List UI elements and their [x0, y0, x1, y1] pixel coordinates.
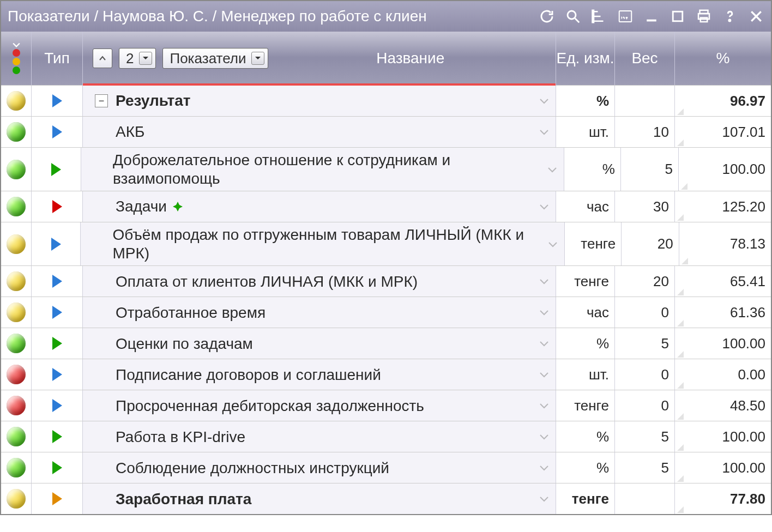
- app-window: Показатели / Наумова Ю. С. / Менеджер по…: [0, 0, 772, 515]
- header-name-label: Название: [275, 50, 546, 67]
- cell-status: [1, 483, 32, 514]
- status-green-icon: [7, 197, 26, 216]
- table-row[interactable]: Соблюдение должностных инструкций%5100.0…: [1, 452, 771, 483]
- level-select[interactable]: 2: [119, 48, 156, 69]
- row-label: Просроченная дебиторская задолженность: [116, 397, 424, 415]
- cell-pct: 125.20: [675, 191, 771, 222]
- row-dropdown-icon[interactable]: [539, 278, 549, 285]
- refresh-icon[interactable]: [539, 8, 555, 25]
- minimize-icon[interactable]: [643, 8, 660, 25]
- cell-name[interactable]: Задачи: [83, 191, 556, 222]
- table-row[interactable]: Задачичас30125.20: [1, 191, 771, 222]
- cell-name[interactable]: Заработная плата: [83, 483, 556, 514]
- tree-icon[interactable]: [591, 8, 607, 25]
- cell-pct: 61.36: [675, 297, 771, 328]
- cell-status: [1, 117, 32, 147]
- table-row[interactable]: АКБшт.10107.01: [1, 116, 771, 147]
- cell-type: [32, 191, 83, 222]
- cell-unit: час: [556, 297, 615, 328]
- close-icon[interactable]: [748, 8, 764, 25]
- resize-corner-icon: [677, 351, 684, 358]
- cell-name[interactable]: Оплата от клиентов ЛИЧНАЯ (МКК и МРК): [83, 266, 556, 297]
- table-row[interactable]: Работа в KPI-drive%5100.00: [1, 421, 771, 452]
- cell-unit: %: [556, 452, 615, 483]
- table-body: −Результат%96.97АКБшт.10107.01Доброжелат…: [1, 85, 771, 514]
- row-dropdown-icon[interactable]: [539, 371, 549, 378]
- svg-rect-5: [673, 11, 683, 21]
- cell-name[interactable]: АКБ: [83, 117, 556, 147]
- row-dropdown-icon[interactable]: [547, 166, 557, 173]
- resize-corner-icon: [677, 413, 684, 420]
- print-icon[interactable]: [696, 8, 712, 25]
- cell-type: [32, 359, 83, 390]
- status-yellow-icon: [7, 271, 26, 291]
- row-dropdown-icon[interactable]: [539, 433, 549, 440]
- resize-corner-icon: [677, 444, 684, 451]
- cell-pct: 96.97: [675, 86, 771, 116]
- chevron-down-icon: [251, 52, 264, 65]
- svg-rect-3: [619, 11, 632, 22]
- cell-unit: час: [556, 191, 615, 222]
- csv-icon[interactable]: [617, 8, 634, 25]
- traffic-light-icon: [13, 43, 20, 74]
- header-unit[interactable]: Ед. изм.: [556, 32, 615, 85]
- row-dropdown-icon[interactable]: [539, 203, 549, 210]
- maximize-icon[interactable]: [670, 8, 686, 25]
- row-dropdown-icon[interactable]: [539, 309, 549, 316]
- resize-corner-icon: [677, 214, 684, 221]
- cell-pct: 77.80: [675, 483, 771, 514]
- header-weight[interactable]: Вес: [615, 32, 675, 85]
- row-dropdown-icon[interactable]: [548, 241, 558, 247]
- table-row[interactable]: Оплата от клиентов ЛИЧНАЯ (МКК и МРК)тен…: [1, 265, 771, 297]
- table-row[interactable]: Подписание договоров и соглашенийшт.00.0…: [1, 359, 771, 390]
- cell-name[interactable]: Доброжелательное отношение к сотрудникам…: [81, 148, 564, 191]
- table-row[interactable]: −Результат%96.97: [1, 85, 771, 116]
- row-dropdown-icon[interactable]: [539, 495, 549, 502]
- cell-name[interactable]: Отработанное время: [83, 297, 556, 328]
- cell-status: [1, 328, 32, 359]
- help-icon[interactable]: [722, 8, 738, 25]
- row-label: Соблюдение должностных инструкций: [116, 459, 389, 477]
- cell-type: [32, 390, 83, 421]
- cell-name[interactable]: Оценки по задачам: [83, 328, 556, 359]
- row-dropdown-icon[interactable]: [539, 464, 549, 471]
- cell-name[interactable]: Объём продаж по отгруженным товарам ЛИЧН…: [81, 222, 565, 265]
- type-arrow-icon: [51, 238, 61, 251]
- row-dropdown-icon[interactable]: [539, 98, 549, 104]
- status-green-icon: [7, 334, 26, 353]
- cell-name[interactable]: Подписание договоров и соглашений: [83, 359, 556, 390]
- header-pct-label: %: [716, 50, 730, 67]
- status-yellow-icon: [7, 91, 26, 111]
- type-arrow-icon: [52, 430, 62, 443]
- cell-type: [32, 483, 83, 514]
- row-label: Подписание договоров и соглашений: [116, 366, 381, 384]
- row-dropdown-icon[interactable]: [539, 340, 549, 347]
- resize-corner-icon: [677, 475, 684, 482]
- cell-status: [1, 222, 32, 265]
- collapse-button[interactable]: −: [95, 94, 108, 107]
- cell-weight: 0: [615, 297, 675, 328]
- row-dropdown-icon[interactable]: [539, 402, 549, 409]
- cell-unit: %: [556, 421, 615, 452]
- table-row[interactable]: Заработная плататенге77.80: [1, 483, 771, 514]
- cell-name[interactable]: Работа в KPI-drive: [83, 421, 556, 452]
- cell-name[interactable]: Соблюдение должностных инструкций: [83, 452, 556, 483]
- table-row[interactable]: Объём продаж по отгруженным товарам ЛИЧН…: [1, 222, 771, 265]
- table-header: Тип 2 Показатели Название Ед. изм. Вес %: [1, 32, 771, 85]
- row-dropdown-icon[interactable]: [539, 129, 549, 135]
- filter-select[interactable]: Показатели: [162, 48, 268, 69]
- search-icon[interactable]: [565, 8, 581, 25]
- cell-unit: %: [556, 328, 615, 359]
- table-row[interactable]: Оценки по задачам%5100.00: [1, 328, 771, 359]
- row-label: Доброжелательное отношение к сотрудникам…: [113, 151, 542, 188]
- cell-name[interactable]: Просроченная дебиторская задолженность: [83, 390, 556, 421]
- table-row[interactable]: Отработанное времячас061.36: [1, 297, 771, 328]
- header-pct[interactable]: %: [675, 32, 771, 85]
- header-status[interactable]: [1, 32, 32, 85]
- cell-name[interactable]: −Результат: [83, 86, 556, 116]
- table-row[interactable]: Просроченная дебиторская задолженностьте…: [1, 390, 771, 421]
- sort-button[interactable]: [93, 49, 112, 68]
- header-type[interactable]: Тип: [32, 32, 83, 85]
- cell-pct: 100.00: [675, 328, 771, 359]
- table-row[interactable]: Доброжелательное отношение к сотрудникам…: [1, 147, 771, 191]
